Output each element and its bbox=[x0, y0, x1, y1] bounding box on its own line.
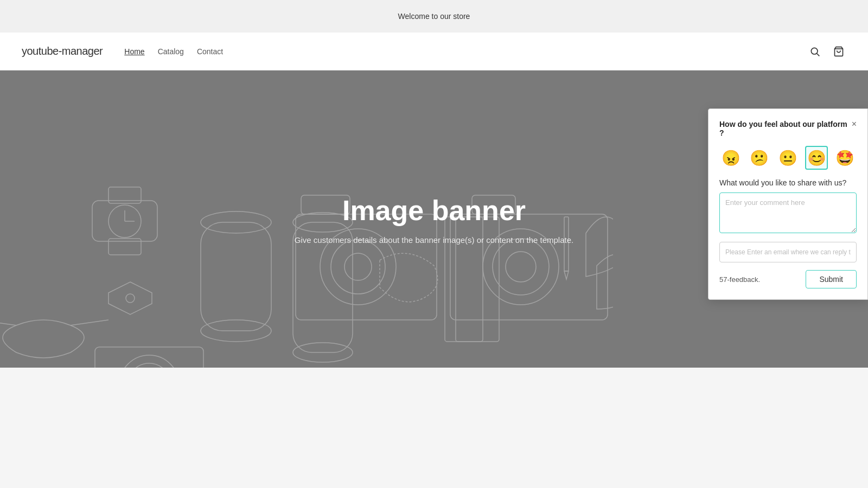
submit-button[interactable]: Submit bbox=[806, 270, 857, 288]
emoji-neutral[interactable]: 😐 bbox=[776, 146, 800, 170]
close-feedback-button[interactable]: × bbox=[852, 120, 857, 129]
hero-subtitle: Give customers details about the banner … bbox=[295, 235, 573, 245]
emoji-row: 😠 😕 😐 😊 🤩 bbox=[719, 146, 857, 170]
site-logo: youtube-manager bbox=[22, 45, 103, 57]
svg-point-22 bbox=[331, 240, 385, 294]
feedback-footer: 57-feedback. Submit bbox=[719, 270, 857, 288]
emoji-happy[interactable]: 😊 bbox=[805, 146, 828, 170]
hero-title: Image banner bbox=[295, 194, 573, 227]
site-nav: Home Catalog Contact bbox=[124, 47, 223, 56]
feedback-header: How do you feel about our platform ? × bbox=[719, 120, 857, 137]
nav-catalog[interactable]: Catalog bbox=[158, 47, 184, 56]
svg-point-0 bbox=[811, 48, 818, 54]
search-button[interactable] bbox=[807, 44, 822, 59]
email-input[interactable] bbox=[719, 242, 857, 262]
svg-marker-9 bbox=[108, 282, 152, 314]
announcement-bar: Welcome to our store bbox=[0, 0, 868, 33]
header-right bbox=[807, 44, 846, 59]
site-header: youtube-manager Home Catalog Contact bbox=[0, 33, 868, 70]
svg-point-23 bbox=[344, 253, 372, 280]
svg-line-12 bbox=[71, 320, 108, 325]
header-left: youtube-manager Home Catalog Contact bbox=[22, 45, 223, 57]
feedback-widget: How do you feel about our platform ? × 😠… bbox=[708, 108, 868, 300]
svg-point-15 bbox=[127, 363, 171, 368]
page-footer bbox=[0, 368, 868, 412]
svg-marker-40 bbox=[564, 271, 569, 279]
cart-icon bbox=[833, 46, 844, 57]
announcement-text: Welcome to our store bbox=[398, 12, 470, 21]
search-icon bbox=[809, 46, 820, 57]
svg-point-33 bbox=[506, 252, 536, 282]
svg-rect-17 bbox=[201, 222, 271, 331]
svg-point-10 bbox=[126, 294, 135, 303]
cart-button[interactable] bbox=[831, 44, 846, 59]
svg-line-11 bbox=[0, 320, 16, 325]
emoji-confused[interactable]: 😕 bbox=[748, 146, 771, 170]
svg-rect-13 bbox=[95, 347, 203, 368]
svg-point-32 bbox=[493, 239, 549, 295]
svg-point-14 bbox=[119, 355, 179, 368]
nav-home[interactable]: Home bbox=[124, 47, 144, 56]
emoji-excited[interactable]: 🤩 bbox=[833, 146, 857, 170]
share-label: What would you like to share with us? bbox=[719, 178, 857, 187]
emoji-angry[interactable]: 😠 bbox=[719, 146, 743, 170]
hero-content: Image banner Give customers details abou… bbox=[295, 194, 573, 245]
feedback-title: How do you feel about our platform ? bbox=[719, 120, 852, 137]
feedback-count: 57-feedback. bbox=[719, 275, 760, 284]
svg-line-1 bbox=[817, 53, 820, 56]
comment-textarea[interactable] bbox=[719, 192, 857, 233]
nav-contact[interactable]: Contact bbox=[197, 47, 223, 56]
